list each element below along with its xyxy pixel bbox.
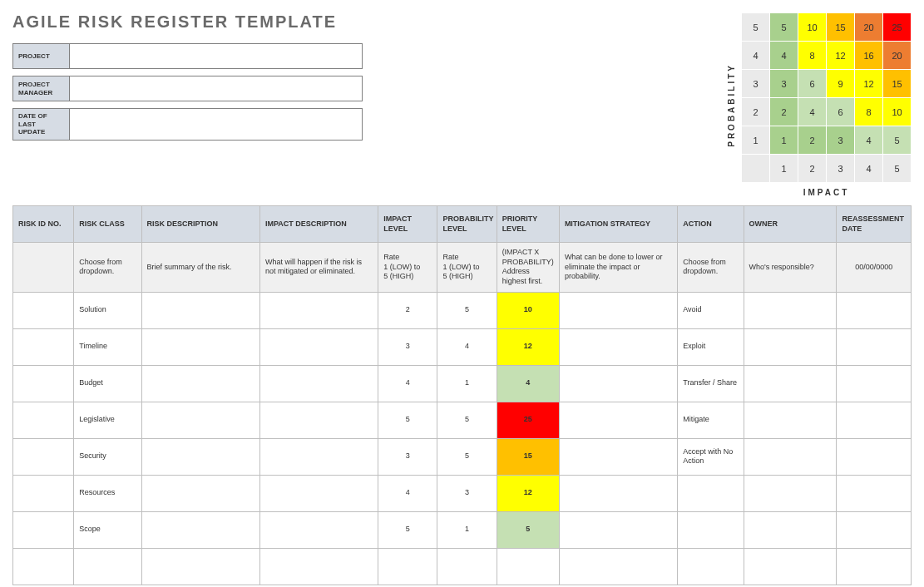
- cell-owner[interactable]: [744, 548, 837, 585]
- cell-priority-level[interactable]: 12: [497, 475, 559, 511]
- cell-action[interactable]: [678, 475, 744, 511]
- cell-risk-description[interactable]: [141, 365, 259, 402]
- cell-action[interactable]: Exploit: [678, 328, 744, 365]
- cell-probability-level[interactable]: 5: [437, 292, 497, 328]
- cell-mitigation[interactable]: [559, 402, 677, 438]
- cell-risk-id[interactable]: [13, 475, 74, 511]
- project-input[interactable]: [70, 44, 363, 69]
- cell-action[interactable]: Mitigate: [678, 402, 744, 438]
- cell-owner[interactable]: [744, 438, 837, 475]
- cell-priority-level[interactable]: [497, 548, 559, 585]
- cell-mitigation[interactable]: [559, 292, 677, 328]
- cell-priority-level[interactable]: 12: [497, 328, 559, 365]
- cell-risk-id[interactable]: [13, 511, 74, 548]
- cell-impact-description[interactable]: [259, 328, 378, 365]
- cell-impact-level[interactable]: 3: [378, 438, 437, 475]
- cell-impact-level[interactable]: 5: [378, 402, 437, 438]
- cell-risk-class[interactable]: Security: [74, 438, 141, 475]
- cell-risk-class[interactable]: Resources: [74, 475, 141, 511]
- cell-risk-class[interactable]: Budget: [74, 365, 141, 402]
- cell-risk-id[interactable]: [13, 365, 74, 402]
- cell-impact-description[interactable]: [259, 292, 378, 328]
- cell-risk-class[interactable]: Scope: [74, 511, 141, 548]
- cell-probability-level[interactable]: 4: [437, 328, 497, 365]
- cell-owner[interactable]: [744, 292, 837, 328]
- cell-risk-id[interactable]: [13, 328, 74, 365]
- cell-action[interactable]: [678, 511, 744, 548]
- cell-owner[interactable]: [744, 328, 837, 365]
- cell-risk-description[interactable]: [141, 402, 259, 438]
- manager-input[interactable]: [70, 76, 363, 101]
- matrix-cell: 12: [827, 42, 855, 70]
- cell-mitigation[interactable]: [559, 438, 677, 475]
- cell-risk-id[interactable]: [13, 548, 74, 585]
- cell-mitigation[interactable]: [559, 475, 677, 511]
- cell-risk-id[interactable]: [13, 292, 74, 328]
- cell-impact-level[interactable]: 5: [378, 511, 437, 548]
- cell-risk-description[interactable]: [141, 548, 259, 585]
- cell-action[interactable]: Accept with No Action: [678, 438, 744, 475]
- cell-priority-level[interactable]: 10: [497, 292, 559, 328]
- cell-probability-level[interactable]: 3: [437, 475, 497, 511]
- cell-risk-description[interactable]: [141, 475, 259, 511]
- cell-reassessment-date[interactable]: [837, 438, 912, 475]
- matrix-cell: 25: [883, 13, 912, 42]
- cell-impact-level[interactable]: 3: [378, 328, 437, 365]
- cell-priority-level[interactable]: 25: [497, 402, 559, 438]
- cell-action[interactable]: Avoid: [678, 292, 744, 328]
- matrix-table: 5510152025448121620336912152246810112345…: [741, 12, 912, 183]
- cell-priority-level[interactable]: 4: [497, 365, 559, 402]
- cell-mitigation[interactable]: [559, 328, 677, 365]
- cell-reassessment-date[interactable]: [837, 475, 912, 511]
- cell-risk-class[interactable]: Timeline: [74, 328, 141, 365]
- cell-probability-level[interactable]: 5: [437, 438, 497, 475]
- cell-probability-level[interactable]: [437, 548, 497, 585]
- cell-mitigation[interactable]: [559, 365, 677, 402]
- cell-probability-level[interactable]: 1: [437, 511, 497, 548]
- cell-impact-level[interactable]: 4: [378, 365, 437, 402]
- cell-reassessment-date[interactable]: [837, 292, 912, 328]
- cell-priority-level[interactable]: 15: [497, 438, 559, 475]
- cell-reassessment-date[interactable]: [837, 402, 912, 438]
- cell-owner[interactable]: [744, 511, 837, 548]
- cell-reassessment-date[interactable]: [837, 511, 912, 548]
- register-header-il: IMPACT LEVEL: [378, 206, 437, 243]
- cell-risk-description[interactable]: [141, 438, 259, 475]
- register-header-class: RISK CLASS: [74, 206, 141, 243]
- cell-action[interactable]: [678, 548, 744, 585]
- cell-impact-description[interactable]: [259, 548, 378, 585]
- cell-risk-class[interactable]: Legislative: [74, 402, 141, 438]
- risk-matrix: PROBABILITY 5510152025448121620336912152…: [722, 12, 912, 197]
- matrix-row-scale: 4: [742, 42, 770, 70]
- cell-impact-description[interactable]: [259, 475, 378, 511]
- cell-action[interactable]: Transfer / Share: [678, 365, 744, 402]
- cell-reassessment-date[interactable]: [837, 365, 912, 402]
- cell-owner[interactable]: [744, 402, 837, 438]
- matrix-cell: 1: [770, 126, 798, 155]
- cell-mitigation[interactable]: [559, 511, 677, 548]
- cell-risk-description[interactable]: [141, 328, 259, 365]
- cell-probability-level[interactable]: 5: [437, 402, 497, 438]
- cell-impact-level[interactable]: [378, 548, 437, 585]
- cell-mitigation[interactable]: [559, 548, 677, 585]
- cell-reassessment-date[interactable]: [837, 328, 912, 365]
- cell-risk-description[interactable]: [141, 292, 259, 328]
- cell-priority-level[interactable]: 5: [497, 511, 559, 548]
- cell-impact-description[interactable]: [259, 365, 378, 402]
- cell-probability-level[interactable]: 1: [437, 365, 497, 402]
- cell-owner[interactable]: [744, 365, 837, 402]
- cell-risk-id[interactable]: [13, 402, 74, 438]
- cell-reassessment-date[interactable]: [837, 548, 912, 585]
- cell-risk-id[interactable]: [13, 438, 74, 475]
- cell-risk-class[interactable]: Solution: [74, 292, 141, 328]
- cell-risk-class[interactable]: [74, 548, 141, 585]
- cell-owner[interactable]: [744, 475, 837, 511]
- cell-impact-level[interactable]: 2: [378, 292, 437, 328]
- cell-impact-description[interactable]: [259, 438, 378, 475]
- date-input[interactable]: [70, 109, 363, 141]
- cell-risk-description[interactable]: [141, 511, 259, 548]
- cell-impact-description[interactable]: [259, 511, 378, 548]
- cell-impact-level[interactable]: 4: [378, 475, 437, 511]
- register-header-mit: MITIGATION STRATEGY: [559, 206, 677, 243]
- cell-impact-description[interactable]: [259, 402, 378, 438]
